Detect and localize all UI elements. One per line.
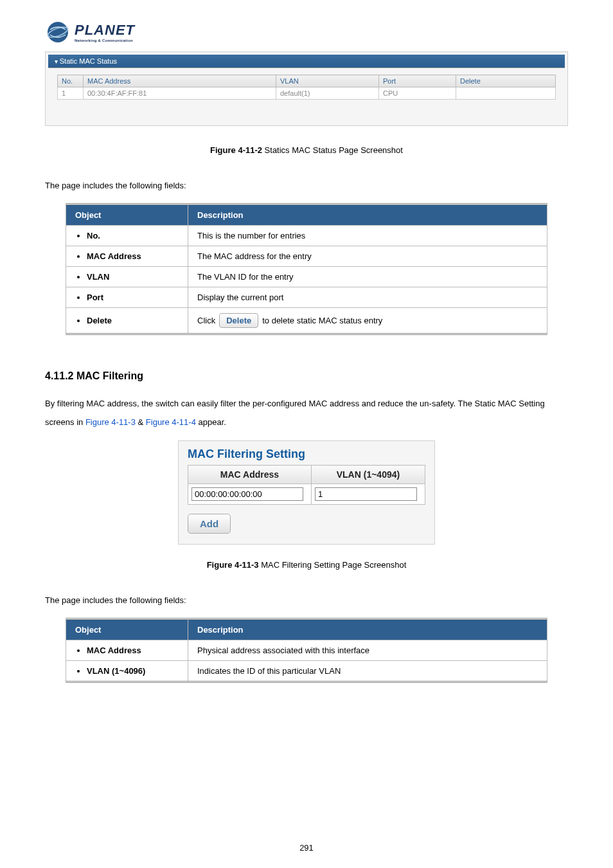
cell-port: CPU	[379, 87, 456, 100]
static-mac-status-title: Static MAC Status	[55, 57, 117, 65]
desc-cell: Display the current port	[188, 287, 547, 308]
figure-caption-1: Figure 4-11-2 Statics MAC Status Page Sc…	[45, 145, 568, 155]
obj-item: VLAN	[87, 272, 179, 282]
table-row	[188, 484, 425, 505]
col-no-header: No.	[58, 75, 84, 87]
table-row: VLAN The VLAN ID for the entry	[66, 267, 547, 287]
filter-col-vlan: VLAN (1~4094)	[311, 466, 425, 484]
delete-button[interactable]: Delete	[219, 313, 258, 328]
add-button[interactable]: Add	[188, 514, 231, 534]
filter-col-mac: MAC Address	[188, 466, 312, 484]
figure-text-1: Statics MAC Status Page Screenshot	[262, 145, 403, 155]
planet-globe-icon	[45, 19, 71, 45]
table-row: Port Display the current port	[66, 287, 547, 308]
obj-item: MAC Address	[87, 646, 179, 655]
mac-filtering-panel: MAC Filtering Setting MAC Address VLAN (…	[178, 440, 435, 545]
col-vlan-header: VLAN	[276, 75, 379, 87]
figure-caption-2: Figure 4-11-3 MAC Filtering Setting Page…	[45, 560, 568, 570]
obj-header: Object	[66, 619, 188, 640]
desc-cell: The VLAN ID for the entry	[188, 267, 547, 287]
obj-item: MAC Address	[87, 251, 179, 261]
table-row: MAC Address The MAC address for the entr…	[66, 246, 547, 267]
desc-header: Description	[188, 619, 547, 640]
figure-link-2[interactable]: Figure 4-11-4	[146, 417, 196, 427]
fields-intro-1: The page includes the following fields:	[45, 181, 568, 190]
mac-filtering-table: MAC Address VLAN (1~4094)	[188, 465, 425, 505]
desc-cell: Indicates the ID of this particular VLAN	[188, 661, 547, 682]
desc-cell: This is the number for entries	[188, 226, 547, 246]
figure-label-1: Figure 4-11-2	[210, 145, 262, 155]
brand-name: PLANET	[75, 22, 135, 39]
table-row: VLAN (1~4096) Indicates the ID of this p…	[66, 661, 547, 682]
static-mac-status-panel: Static MAC Status No. MAC Address VLAN P…	[45, 51, 568, 126]
desc-cell: The MAC address for the entry	[188, 246, 547, 267]
object-description-table-1: Object Description No. This is the numbe…	[66, 203, 547, 335]
cell-no: 1	[58, 87, 84, 100]
section-paragraph: By filtering MAC address, the switch can…	[45, 395, 568, 431]
col-delete-header: Delete	[456, 75, 556, 87]
section-heading: 4.11.2 MAC Filtering	[45, 370, 568, 382]
desc-header: Description	[188, 204, 547, 226]
table-row: Delete Click Delete to delete static MAC…	[66, 308, 547, 334]
page-number: 291	[0, 843, 613, 853]
delete-desc-pre: Click	[197, 316, 215, 325]
obj-item: Delete	[87, 316, 179, 325]
figure-link-1[interactable]: Figure 4-11-3	[85, 417, 136, 427]
mac-address-input[interactable]	[191, 487, 303, 501]
table-row: No. This is the number for entries	[66, 226, 547, 246]
figure-text-2: MAC Filtering Setting Page Screenshot	[259, 560, 407, 570]
table-row: MAC Address Physical address associated …	[66, 640, 547, 661]
fields-intro-2: The page includes the following fields:	[45, 595, 568, 605]
vlan-input[interactable]	[315, 487, 417, 501]
obj-item: VLAN (1~4096)	[87, 666, 179, 676]
col-mac-header: MAC Address	[84, 75, 276, 87]
delete-desc-post: to delete static MAC status entry	[262, 316, 382, 325]
obj-item: No.	[87, 231, 179, 240]
obj-item: Port	[87, 293, 179, 302]
brand-tagline: Networking & Communication	[75, 39, 135, 42]
brand-logo: PLANET Networking & Communication	[45, 19, 568, 45]
static-mac-status-table: No. MAC Address VLAN Port Delete 1 00:30…	[57, 75, 556, 100]
desc-cell: Physical address associated with this in…	[188, 640, 547, 661]
col-port-header: Port	[379, 75, 456, 87]
cell-mac: 00:30:4F:AF:FF:81	[84, 87, 276, 100]
cell-delete	[456, 87, 556, 100]
para-text-b: appear.	[196, 417, 226, 427]
cell-vlan: default(1)	[276, 87, 379, 100]
object-description-table-2: Object Description MAC Address Physical …	[66, 618, 547, 683]
static-mac-status-header[interactable]: Static MAC Status	[48, 55, 565, 68]
para-amp: &	[136, 417, 146, 427]
figure-label-2: Figure 4-11-3	[207, 560, 259, 570]
mac-filtering-title: MAC Filtering Setting	[188, 448, 425, 461]
obj-header: Object	[66, 204, 188, 226]
table-row: 1 00:30:4F:AF:FF:81 default(1) CPU	[58, 87, 556, 100]
